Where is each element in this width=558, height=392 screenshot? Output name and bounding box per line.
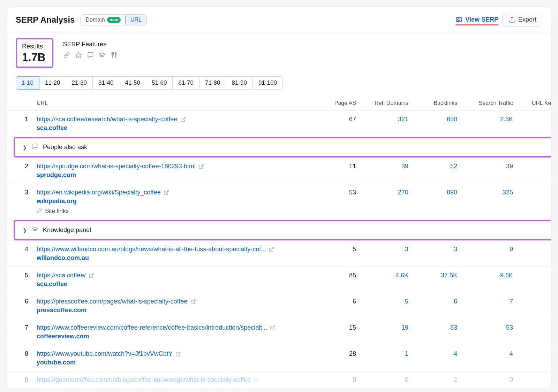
svg-line-7 xyxy=(271,247,274,250)
page-as-cell: 85 xyxy=(318,267,360,293)
ref-domains-link[interactable]: 0 xyxy=(405,376,408,383)
ref-domains-link[interactable]: 3 xyxy=(405,246,408,253)
col-search-traffic[interactable]: Search Traffic xyxy=(461,96,517,111)
search-traffic-link[interactable]: 325 xyxy=(503,189,513,196)
range-pager: 1-1011-2021-3031-4041-5051-6061-7071-808… xyxy=(7,76,551,96)
external-link-icon xyxy=(89,273,94,278)
backlinks-cell: 2 xyxy=(413,371,461,389)
svg-line-4 xyxy=(182,117,185,120)
backlinks-link[interactable]: 2 xyxy=(454,376,457,383)
backlinks-link[interactable]: 6 xyxy=(454,298,457,305)
rank-cell: 6 xyxy=(7,293,32,319)
result-domain[interactable]: youtube.com xyxy=(37,359,314,366)
search-traffic-link[interactable]: 9.6K xyxy=(500,272,513,279)
svg-marker-3 xyxy=(75,52,81,58)
url-cell: https://sprudge.com/what-is-specialty-co… xyxy=(32,158,318,184)
col-url[interactable]: URL xyxy=(32,96,318,111)
col-page-as[interactable]: Page AS xyxy=(318,96,360,111)
search-traffic-cell: 4 xyxy=(461,345,517,371)
toggle-domain[interactable]: Domain new xyxy=(81,15,125,25)
ref-domains-link[interactable]: 39 xyxy=(401,163,408,170)
pager-item[interactable]: 41-50 xyxy=(119,76,146,90)
url-cell: https://www.coffeereview.com/coffee-refe… xyxy=(32,319,318,345)
pager-item[interactable]: 21-30 xyxy=(66,76,93,90)
backlinks-cell: 37.5K xyxy=(413,267,461,293)
pager-item[interactable]: 91-100 xyxy=(252,76,283,90)
ref-domains-link[interactable]: 1 xyxy=(405,350,408,357)
serp-preview-icon xyxy=(455,16,462,23)
search-traffic-cell: 9.6K xyxy=(461,267,517,293)
ref-domains-cell: 19 xyxy=(360,319,413,345)
ref-domains-link[interactable]: 321 xyxy=(398,116,408,123)
table-row: 1https://sca.coffee/research/what-is-spe… xyxy=(7,111,551,137)
restaurant-feature-icon xyxy=(111,52,118,60)
col-url-keywords[interactable]: URL Keywords xyxy=(517,96,551,111)
backlinks-link[interactable]: 4 xyxy=(454,350,457,357)
search-traffic-link[interactable]: 9 xyxy=(510,246,513,253)
ref-domains-cell: 1 xyxy=(360,345,413,371)
search-traffic-link[interactable]: 2.5K xyxy=(500,116,513,123)
view-serp-link[interactable]: View SERP xyxy=(455,16,498,23)
ref-domains-link[interactable]: 4.6K xyxy=(395,272,408,279)
ref-domains-link[interactable]: 5 xyxy=(405,298,408,305)
result-url-link[interactable]: https://www.willandco.com.au/blogs/news/… xyxy=(37,246,274,253)
search-traffic-link[interactable]: 0 xyxy=(510,376,513,383)
serp-features-icons xyxy=(63,52,118,60)
result-url-link[interactable]: https://sca.coffee/ xyxy=(37,272,94,279)
pager-item[interactable]: 51-60 xyxy=(146,76,173,90)
table-row: 8https://www.youtube.com/watch?v=Jf1bvVw… xyxy=(7,345,551,371)
result-url-link[interactable]: https://sprudge.com/what-is-specialty-co… xyxy=(37,163,204,170)
pager-item[interactable]: 1-10 xyxy=(16,76,39,90)
svg-line-12 xyxy=(256,378,258,381)
people-also-ask-row: ❯People also ask xyxy=(7,137,551,158)
ref-domains-link[interactable]: 19 xyxy=(401,324,408,331)
result-domain[interactable]: sca.coffee xyxy=(37,280,314,288)
result-domain[interactable]: presscoffee.com xyxy=(37,307,314,314)
pager-item[interactable]: 71-80 xyxy=(199,76,226,90)
result-url-link[interactable]: https://en.wikipedia.org/wiki/Specialty_… xyxy=(37,189,169,196)
table-row: 5https://sca.coffee/ sca.coffee854.6K37.… xyxy=(7,267,551,293)
export-button[interactable]: Export xyxy=(503,13,542,26)
backlinks-link[interactable]: 890 xyxy=(447,189,457,196)
table-row: 4https://www.willandco.com.au/blogs/news… xyxy=(7,241,551,267)
search-traffic-link[interactable]: 7 xyxy=(510,298,513,305)
pager-item[interactable]: 31-40 xyxy=(92,76,119,90)
search-traffic-link[interactable]: 39 xyxy=(506,163,513,170)
backlinks-link[interactable]: 83 xyxy=(450,324,457,331)
backlinks-link[interactable]: 52 xyxy=(450,163,457,170)
external-link-icon xyxy=(198,164,204,169)
result-domain[interactable]: willandco.com.au xyxy=(37,254,314,262)
backlinks-link[interactable]: 650 xyxy=(447,116,457,123)
result-url-link[interactable]: https://guentercoffee.com/en/blogs/coffe… xyxy=(37,376,259,384)
result-domain[interactable]: wikipedia.org xyxy=(37,198,314,205)
result-url-link[interactable]: https://www.coffeereview.com/coffee-refe… xyxy=(37,324,276,331)
result-domain[interactable]: sprudge.com xyxy=(37,171,314,179)
search-traffic-link[interactable]: 53 xyxy=(506,324,513,331)
people-also-ask-row-toggle[interactable]: ❯People also ask xyxy=(15,138,551,156)
sitelinks-indicator: Site links xyxy=(37,208,314,215)
ref-domains-cell: 270 xyxy=(360,184,413,220)
knowledge-panel-row-label: Knowledge panel xyxy=(43,226,91,234)
knowledge-panel-row-toggle[interactable]: ❯Knowledge panel xyxy=(15,221,551,239)
result-url-link[interactable]: https://www.youtube.com/watch?v=Jf1bvVwC… xyxy=(37,350,181,358)
col-backlinks[interactable]: Backlinks xyxy=(413,96,461,111)
result-url-link[interactable]: https://sca.coffee/research/what-is-spec… xyxy=(37,116,186,123)
ref-domains-link[interactable]: 270 xyxy=(398,189,408,196)
search-traffic-link[interactable]: 4 xyxy=(510,350,513,357)
backlinks-link[interactable]: 3 xyxy=(454,246,457,253)
pager-item[interactable]: 11-20 xyxy=(39,76,66,90)
url-keywords-cell: 31 xyxy=(517,158,551,184)
col-ref-domains[interactable]: Ref. Domains xyxy=(360,96,413,111)
toggle-url[interactable]: URL xyxy=(125,14,147,25)
pager-item[interactable]: 81-90 xyxy=(226,76,252,90)
header-left: SERP Analysis Domain new URL xyxy=(16,14,147,25)
external-link-icon xyxy=(190,299,196,305)
rank-cell: 2 xyxy=(7,158,32,184)
pager-item[interactable]: 61-70 xyxy=(172,76,199,90)
search-traffic-cell: 53 xyxy=(461,319,517,345)
result-domain[interactable]: coffeereview.com xyxy=(37,333,314,340)
result-url-link[interactable]: https://presscoffee.com/pages/what-is-sp… xyxy=(37,298,196,305)
result-domain[interactable]: sca.coffee xyxy=(37,124,314,132)
backlinks-link[interactable]: 37.5K xyxy=(441,272,457,279)
external-link-icon xyxy=(269,247,274,252)
